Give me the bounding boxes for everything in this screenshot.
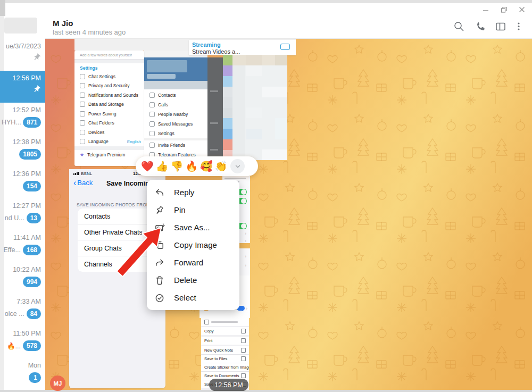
bio-placeholder: Add a few words about yourself	[74, 51, 144, 59]
blur-cell	[232, 55, 246, 65]
more-reactions-button[interactable]	[230, 159, 245, 173]
more-menu-button[interactable]	[512, 20, 525, 33]
chat-time: 12:52 PM	[2, 106, 41, 114]
blurred-chat-mosaic	[223, 55, 287, 160]
row-label: Language	[88, 139, 109, 144]
chat-list-item[interactable]: 12:27 PM nd U...13	[0, 198, 45, 230]
reaction-thumbs-down[interactable]: 👎	[170, 161, 183, 171]
chat-time: 12:56 PM	[2, 74, 41, 82]
reaction-heart[interactable]: ❤️	[141, 161, 154, 171]
blur-cell	[246, 55, 262, 65]
search-icon	[453, 20, 466, 33]
delete-icon	[154, 275, 165, 286]
unread-badge: 871	[23, 117, 41, 128]
minimize-button[interactable]	[478, 4, 494, 15]
chat-list-item[interactable]: 12:52 PM HYH...871	[0, 103, 45, 135]
chat-time: 12:36 PM	[2, 170, 41, 178]
chat-list-item[interactable]: 11:41 AM Effe...168	[0, 230, 45, 262]
settings-row: Chat Settings	[74, 72, 144, 81]
blur-cell	[232, 65, 245, 160]
blur-cell	[223, 55, 232, 65]
divider-band	[74, 146, 144, 150]
settings-section-title: Settings	[74, 63, 144, 72]
row-label: Privacy and Security	[88, 83, 129, 88]
chat-list-item[interactable]: 12:38 PM 1805	[0, 135, 45, 166]
reaction-fire[interactable]: 🔥	[185, 161, 198, 171]
message-time-badge: 12:56 PM	[209, 379, 248, 391]
chat-name: Effe...	[4, 246, 21, 254]
unread-badge: 13	[27, 213, 41, 223]
blur-cell	[262, 87, 287, 97]
language-value: English	[127, 139, 141, 144]
settings-row: LanguageEnglish	[74, 137, 144, 147]
row-label: Create Sticker from Image	[204, 365, 249, 370]
reaction-love-face[interactable]: 🥰	[200, 161, 213, 171]
chat-list-item[interactable]: 11:50 PM 🔥...578	[0, 326, 45, 358]
power-saving-icon	[80, 111, 85, 116]
chat-last-seen: last seen 4 minutes ago	[53, 28, 126, 36]
pinned-icon	[32, 53, 41, 62]
settings-row: Power Saving	[74, 109, 144, 119]
screenshot-ios-settings: Add a few words about yourself Settings …	[74, 51, 144, 166]
reaction-clap[interactable]: 👏	[215, 161, 228, 171]
settings-row: Devices	[74, 128, 144, 137]
settings-row: Notifications and Sounds	[74, 90, 144, 100]
menu-item-delete[interactable]: Delete	[147, 271, 239, 289]
toggle-sidebar-button[interactable]	[494, 20, 507, 33]
sender-avatar[interactable]: MJ	[50, 376, 65, 391]
row-label: Invite Friends	[158, 143, 185, 148]
blur-cell	[246, 107, 262, 118]
blur-cell	[223, 97, 232, 108]
minimize-icon	[483, 6, 489, 13]
forward-icon	[154, 257, 165, 268]
chat-list-item[interactable]: 7:33 AM oice ...84	[0, 294, 45, 326]
blur-cell	[275, 55, 287, 65]
row-label: Saved Messages	[158, 121, 193, 127]
blur-cell	[223, 118, 232, 129]
menu-item-copy-image[interactable]: Copy Image	[147, 236, 239, 254]
menu-item-save-as[interactable]: Save As...	[147, 219, 239, 236]
chat-name: 🔥...	[7, 342, 21, 350]
row-label: Notifications and Sounds	[88, 93, 138, 98]
row-label: Chat Folders	[88, 120, 114, 126]
row-label: Settings	[158, 131, 174, 136]
chat-list-item-selected[interactable]: 12:56 PM	[0, 71, 45, 103]
row-label: Devices	[88, 130, 104, 135]
chevron-right-icon: ›	[245, 263, 246, 268]
blur-cell	[223, 108, 232, 118]
menu-item-reply[interactable]: Reply	[147, 184, 239, 201]
chat-time: 11:50 PM	[2, 330, 41, 337]
blurred-band	[144, 81, 207, 89]
menu-item-pin[interactable]: Pin	[147, 201, 239, 219]
blurred-text	[225, 178, 246, 179]
chevron-right-icon: ›	[246, 306, 247, 311]
menu-item-label: Delete	[174, 276, 197, 285]
chat-time: 10:22 AM	[2, 266, 41, 273]
close-button[interactable]	[514, 4, 530, 15]
search-input[interactable]	[4, 18, 37, 34]
pin-icon	[154, 205, 165, 215]
chat-list-item[interactable]: 10:22 AM 994	[0, 262, 45, 294]
chat-list-item[interactable]: Mon 1	[0, 358, 45, 390]
row-label: Telegram Premium	[87, 152, 125, 157]
settings-row: Chat Folders	[74, 119, 144, 128]
reaction-thumbs-up[interactable]: 👍	[156, 161, 169, 171]
chat-list-item[interactable]: 12:36 PM 154	[0, 166, 45, 198]
menu-item-label: Copy Image	[174, 240, 217, 249]
blur-cell	[223, 76, 232, 87]
privacy-icon	[80, 83, 85, 88]
menu-item-label: Reply	[174, 188, 194, 197]
search-button[interactable]	[453, 20, 466, 33]
status-bar: BSNL	[73, 171, 92, 176]
chat-list-item[interactable]: ue/3/7/2023	[0, 39, 45, 71]
menu-item-select[interactable]: Select	[147, 289, 239, 306]
restore-button[interactable]	[496, 4, 512, 15]
row-label: Copy	[204, 329, 214, 333]
share-row: New Quick Note	[201, 346, 249, 354]
unread-badge: 1	[29, 372, 41, 383]
menu-item-forward[interactable]: Forward	[147, 254, 239, 271]
window-titlebar	[5, 3, 532, 16]
unread-badge: 1805	[19, 149, 41, 160]
call-button[interactable]	[475, 20, 487, 33]
menu-item-label: Save As...	[174, 223, 210, 232]
